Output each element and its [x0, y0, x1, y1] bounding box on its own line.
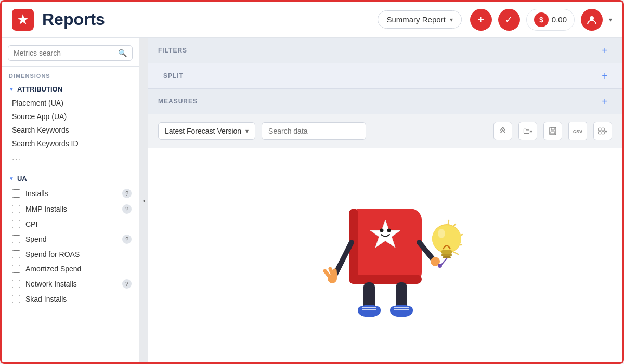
measures-row: MEASURES +	[148, 89, 622, 114]
filters-add-button[interactable]: +	[597, 43, 612, 58]
header: Reports Summary Report ▾ + ✓ $ 0.00	[2, 2, 622, 38]
sidebar-item-placement-ua[interactable]: Placement (UA)	[2, 96, 139, 110]
mascot-illustration	[302, 167, 469, 344]
checkbox-item-spend[interactable]: Spend ?	[2, 231, 139, 247]
mmp-installs-help-icon[interactable]: ?	[122, 204, 132, 214]
ua-group-header[interactable]: ▼ UA	[2, 173, 139, 186]
check-icon: ✓	[505, 14, 513, 25]
spend-label: Spend	[25, 235, 46, 243]
main-layout: 🔍 DIMENSIONS ▼ ATTRIBUTION Placement (UA…	[2, 38, 622, 362]
folder-button[interactable]: ▾	[518, 122, 537, 140]
checkbox-item-spend-for-roas[interactable]: Spend for ROAS	[2, 247, 139, 262]
network-installs-help-icon[interactable]: ?	[122, 279, 132, 289]
sidebar-item-search-keywords[interactable]: Search Keywords	[2, 123, 139, 137]
spend-help-icon[interactable]: ?	[122, 235, 132, 244]
forecast-chevron: ▾	[245, 127, 249, 135]
ua-triangle: ▼	[9, 176, 14, 181]
add-icon: +	[477, 13, 484, 27]
sidebar-item-source-app-ua[interactable]: Source App (UA)	[2, 110, 139, 123]
split-add-button[interactable]: +	[597, 69, 612, 83]
logo	[12, 9, 34, 31]
checkbox-item-skad-installs[interactable]: Skad Installs	[2, 292, 139, 306]
svg-rect-5	[599, 128, 601, 131]
forecast-version-dropdown[interactable]: Latest Forecast Version ▾	[158, 122, 255, 140]
svg-rect-4	[551, 132, 555, 134]
svg-point-13	[380, 229, 383, 232]
sidebar-item-search-keywords-id[interactable]: Search Keywords ID	[2, 137, 139, 150]
metrics-search-input[interactable]	[14, 49, 114, 57]
attribution-label: ATTRIBUTION	[17, 85, 62, 93]
avatar-chevron[interactable]: ▾	[609, 16, 612, 23]
svg-rect-6	[602, 128, 604, 131]
svg-marker-0	[18, 14, 28, 24]
sidebar-collapse-handle[interactable]: ◂	[139, 38, 148, 362]
filters-row: FILTERS +	[148, 38, 622, 63]
add-button[interactable]: +	[470, 9, 492, 31]
mmp-installs-label: MMP Installs	[25, 205, 67, 213]
amortized-spend-label: Amortized Spend	[25, 265, 81, 273]
save-button[interactable]	[543, 122, 562, 140]
svg-line-29	[335, 270, 335, 276]
report-dropdown-chevron: ▾	[450, 16, 453, 23]
placement-ua-label: Placement (UA)	[12, 99, 63, 107]
sidebar: 🔍 DIMENSIONS ▼ ATTRIBUTION Placement (UA…	[2, 38, 139, 362]
installs-label: Installs	[25, 189, 48, 198]
search-keywords-id-label: Search Keywords ID	[12, 139, 79, 148]
network-installs-checkbox[interactable]	[12, 280, 20, 288]
csv-icon: csv	[573, 128, 582, 134]
measures-label: MEASURES	[158, 98, 597, 105]
checkbox-item-cpi[interactable]: CPI	[2, 217, 139, 231]
sort-button[interactable]	[493, 122, 512, 140]
svg-point-42	[438, 229, 445, 238]
check-button[interactable]: ✓	[498, 9, 520, 31]
attribution-group-header[interactable]: ▼ ATTRIBUTION	[2, 83, 139, 96]
grid-chevron: ▾	[605, 128, 607, 134]
search-data-input[interactable]	[268, 127, 359, 135]
checkbox-item-amortized-spend[interactable]: Amortized Spend	[2, 262, 139, 276]
forecast-version-label: Latest Forecast Version	[165, 127, 241, 135]
dimensions-label: DIMENSIONS	[2, 73, 139, 83]
spend-checkbox[interactable]	[12, 235, 20, 243]
svg-rect-39	[441, 250, 452, 254]
network-installs-label: Network Installs	[25, 280, 77, 288]
svg-rect-40	[441, 254, 452, 256]
search-icon: 🔍	[118, 49, 127, 57]
split-label: SPLIT	[163, 72, 597, 80]
installs-checkbox[interactable]	[12, 189, 20, 198]
mmp-installs-checkbox[interactable]	[12, 205, 20, 213]
sidebar-dots: ...	[2, 150, 139, 164]
sidebar-divider	[2, 168, 139, 168]
search-keywords-label: Search Keywords	[12, 126, 69, 134]
svg-line-43	[441, 258, 447, 265]
spend-for-roas-checkbox[interactable]	[12, 250, 20, 258]
spend-badge: $ 0.00	[526, 9, 575, 31]
svg-line-28	[330, 269, 332, 274]
checkbox-item-installs[interactable]: Installs ?	[2, 186, 139, 201]
installs-help-icon[interactable]: ?	[122, 189, 132, 198]
amortized-spend-checkbox[interactable]	[12, 265, 20, 273]
content-area: FILTERS + SPLIT + MEASURES + Latest Fore…	[148, 38, 622, 362]
skad-installs-label: Skad Installs	[25, 295, 67, 303]
page-title: Reports	[42, 10, 105, 29]
report-dropdown[interactable]: Summary Report ▾	[378, 10, 461, 29]
checkbox-item-mmp-installs[interactable]: MMP Installs ?	[2, 201, 139, 217]
csv-button[interactable]: csv	[568, 122, 587, 140]
skad-installs-checkbox[interactable]	[12, 295, 20, 303]
checkbox-item-network-installs[interactable]: Network Installs ?	[2, 276, 139, 292]
dollar-icon: $	[534, 12, 549, 27]
grid-button[interactable]: ▾	[593, 122, 612, 140]
sidebar-content: DIMENSIONS ▼ ATTRIBUTION Placement (UA) …	[2, 67, 139, 362]
spend-value: 0.00	[552, 15, 567, 24]
measures-add-button[interactable]: +	[597, 94, 612, 109]
search-data-wrap	[262, 122, 366, 140]
svg-point-38	[432, 225, 461, 252]
filters-label: FILTERS	[158, 47, 597, 54]
sidebar-search-area: 🔍	[2, 38, 139, 67]
svg-point-44	[438, 264, 442, 268]
data-toolbar: Latest Forecast Version ▾	[148, 114, 622, 148]
attribution-triangle: ▼	[9, 86, 14, 92]
svg-rect-11	[349, 275, 422, 284]
report-dropdown-label: Summary Report	[386, 15, 445, 24]
cpi-checkbox[interactable]	[12, 220, 20, 228]
avatar-button[interactable]	[581, 9, 603, 31]
